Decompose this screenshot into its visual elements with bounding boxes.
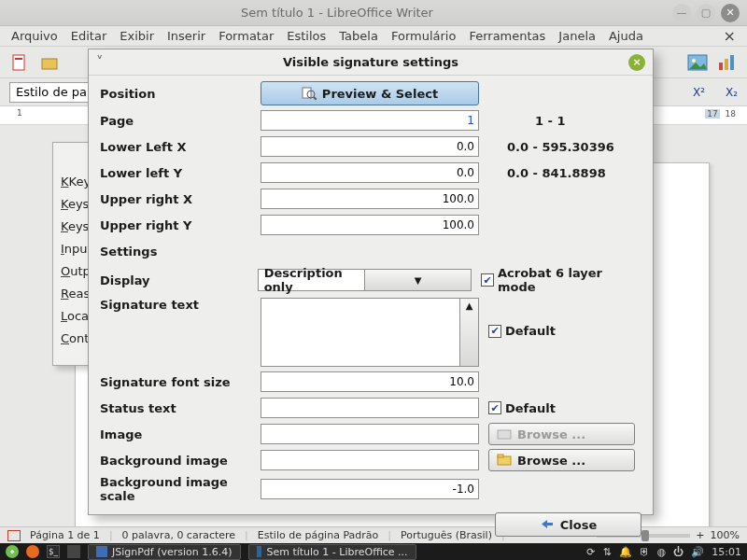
image-browse-label: Browse ...	[517, 427, 585, 441]
menu-estilos[interactable]: Estilos	[287, 29, 326, 43]
page-input[interactable]	[261, 110, 479, 131]
superscript-button[interactable]: X²	[693, 86, 705, 99]
lower-left-y-range: 0.0 - 841.8898	[507, 166, 606, 180]
menu-formatar[interactable]: Formatar	[218, 29, 274, 43]
svg-rect-1	[15, 58, 22, 60]
back-arrow-icon	[540, 518, 555, 531]
zoom-in-button[interactable]: +	[696, 529, 704, 541]
bg-scale-label: Background image scale	[100, 475, 261, 503]
power-icon[interactable]: ⏻	[673, 546, 684, 558]
lower-left-x-input[interactable]	[261, 136, 479, 157]
menu-editar[interactable]: Editar	[71, 29, 107, 43]
preview-select-button[interactable]: Preview & Select	[261, 81, 479, 105]
dialog-back-icon[interactable]: ˅	[96, 54, 113, 71]
open-icon[interactable]	[39, 52, 60, 73]
menu-janela[interactable]: Janela	[558, 29, 596, 43]
default-text-checkbox[interactable]: ✔	[488, 325, 501, 338]
book-icon[interactable]	[7, 530, 21, 541]
bell-icon[interactable]: 🔔	[619, 546, 632, 558]
position-section-label: Position	[100, 87, 261, 101]
taskbar: ⋄ $_ JSignPdf (version 1.6.4) Sem título…	[0, 543, 747, 560]
acrobat6-label: Acrobat 6 layer mode	[498, 266, 641, 294]
scroll-up-icon[interactable]: ▲	[459, 299, 478, 366]
svg-rect-13	[498, 455, 503, 457]
window-title: Sem título 1 - LibreOffice Writer	[7, 6, 667, 20]
chart-icon[interactable]	[717, 52, 738, 73]
java-icon	[96, 546, 107, 557]
display-label: Display	[100, 273, 258, 287]
dialog-title: Visible signature settings	[113, 55, 628, 69]
image-input[interactable]	[261, 424, 479, 444]
window-minimize-button[interactable]: —	[672, 4, 691, 22]
bg-scale-input[interactable]	[261, 479, 479, 499]
font-size-label: Signature font size	[100, 375, 261, 389]
update-icon[interactable]: ⟳	[586, 546, 595, 558]
menu-inserir[interactable]: Inserir	[167, 29, 205, 43]
terminal-icon[interactable]: $_	[47, 545, 60, 558]
close-button-label: Close	[560, 518, 597, 532]
menu-tabela[interactable]: Tabela	[339, 29, 378, 43]
bg-image-input[interactable]	[261, 450, 479, 470]
menu-formulario[interactable]: Formulário	[391, 29, 456, 43]
shield-icon[interactable]: ⛨	[640, 546, 650, 558]
lower-left-y-input[interactable]	[261, 162, 479, 183]
signature-text-area[interactable]: ▲	[261, 298, 479, 367]
default-status-checkbox[interactable]: ✔	[488, 401, 501, 414]
svg-rect-16	[257, 546, 262, 557]
window-close-button[interactable]: ✕	[721, 4, 740, 22]
files-icon[interactable]	[67, 545, 80, 558]
taskbar-item-label: JSignPdf (version 1.6.4)	[112, 546, 233, 558]
window-maximize-button[interactable]: ▢	[697, 4, 715, 22]
zoom-level[interactable]: 100%	[711, 529, 740, 541]
image-browse-button[interactable]: Browse ...	[488, 423, 635, 445]
network-icon[interactable]: ⇅	[602, 546, 611, 558]
menu-ajuda[interactable]: Ajuda	[609, 29, 643, 43]
image-icon[interactable]	[687, 52, 708, 73]
svg-rect-0	[13, 55, 24, 70]
upper-right-x-input[interactable]	[261, 189, 479, 209]
battery-icon[interactable]: ◍	[657, 546, 667, 558]
menu-arquivo[interactable]: Arquivo	[11, 29, 58, 43]
svg-rect-8	[303, 88, 311, 98]
font-size-input[interactable]	[261, 371, 479, 392]
new-doc-icon[interactable]	[9, 52, 30, 73]
lower-left-x-label: Lower Left X	[100, 140, 261, 154]
start-menu-icon[interactable]: ⋄	[6, 545, 19, 558]
default-status-label: Default	[505, 401, 556, 415]
bg-image-browse-button[interactable]: Browse ...	[488, 449, 635, 471]
status-text-input[interactable]	[261, 398, 479, 418]
menu-exibir[interactable]: Exibir	[120, 29, 154, 43]
firefox-icon[interactable]	[26, 545, 39, 558]
chevron-down-icon[interactable]: ▼	[364, 270, 471, 290]
dialog-titlebar[interactable]: ˅ Visible signature settings ×	[89, 49, 653, 76]
taskbar-item-label: Sem título 1 - LibreOffice ...	[266, 546, 407, 558]
upper-right-x-label: Upper right X	[100, 192, 261, 206]
writer-icon	[257, 546, 262, 557]
image-label: Image	[100, 427, 261, 441]
default-text-label: Default	[505, 324, 556, 338]
clock[interactable]: 15:01	[712, 546, 741, 558]
volume-icon[interactable]: 🔊	[691, 546, 704, 558]
dialog-close-button[interactable]: ×	[628, 54, 645, 71]
close-button[interactable]: Close	[495, 512, 641, 537]
folder-icon	[497, 427, 512, 441]
acrobat6-checkbox[interactable]: ✔	[481, 273, 494, 287]
preview-select-label: Preview & Select	[322, 87, 438, 101]
svg-rect-14	[546, 523, 553, 525]
page-label: Page	[100, 114, 261, 128]
signature-text-label: Signature text	[100, 298, 261, 312]
taskbar-item-jsignpdf[interactable]: JSignPdf (version 1.6.4)	[88, 544, 241, 560]
svg-rect-15	[96, 546, 107, 557]
subscript-button[interactable]: X₂	[726, 86, 738, 99]
svg-rect-11	[498, 430, 511, 439]
svg-point-4	[692, 59, 696, 63]
lower-left-y-label: Lower left Y	[100, 166, 261, 180]
menu-ferramentas[interactable]: Ferramentas	[469, 29, 545, 43]
document-tab-close[interactable]: ×	[724, 27, 736, 45]
settings-section-label: Settings	[100, 245, 261, 259]
bg-image-label: Background image	[100, 454, 261, 468]
display-combo[interactable]: Description only ▼	[258, 269, 472, 291]
taskbar-item-writer[interactable]: Sem título 1 - LibreOffice ...	[248, 544, 416, 560]
upper-right-y-input[interactable]	[261, 215, 479, 235]
svg-rect-5	[719, 63, 723, 70]
